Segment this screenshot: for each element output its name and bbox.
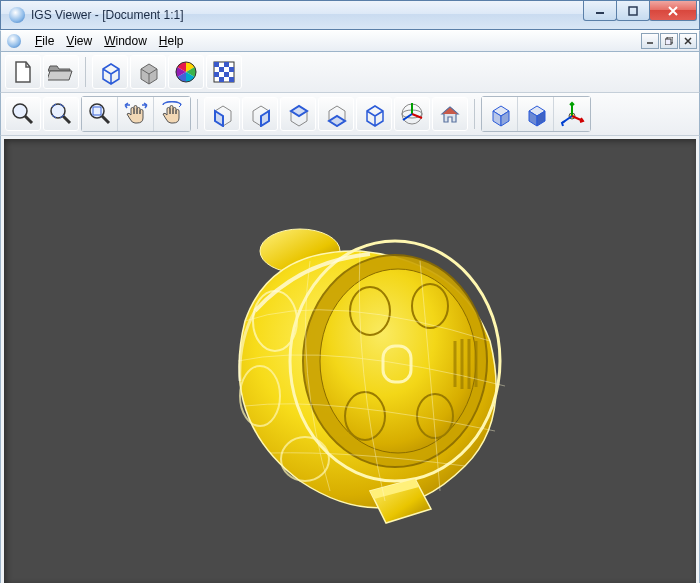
cube-right-icon (323, 101, 349, 127)
axes-button[interactable] (394, 97, 430, 131)
axes-tripod-icon (559, 101, 585, 127)
home-button[interactable] (432, 97, 468, 131)
svg-rect-10 (219, 67, 224, 72)
texture-button[interactable] (206, 55, 242, 89)
home-icon (438, 102, 462, 126)
navigate-group (81, 96, 191, 132)
svg-rect-8 (214, 62, 219, 67)
checker-icon (212, 60, 236, 84)
toolbar-separator (197, 99, 198, 129)
svg-rect-12 (214, 72, 219, 77)
open-folder-icon (48, 61, 74, 83)
svg-rect-9 (224, 62, 229, 67)
cube-top-icon (361, 101, 387, 127)
window-title: IGS Viewer - [Document 1:1] (31, 8, 184, 22)
window-titlebar: IGS Viewer - [Document 1:1] (0, 0, 700, 30)
minimize-button[interactable] (583, 1, 617, 21)
solid-button[interactable] (130, 55, 166, 89)
pan-button[interactable] (118, 97, 154, 131)
menu-window[interactable]: Window (98, 32, 153, 50)
open-button[interactable] (43, 55, 79, 89)
view-right-button[interactable] (318, 97, 354, 131)
shade-flat-button[interactable] (482, 97, 518, 131)
close-button[interactable] (649, 1, 697, 21)
svg-point-35 (320, 269, 476, 453)
magnifier-fit-icon (87, 101, 113, 127)
mdi-minimize-button[interactable] (641, 33, 659, 49)
axes-sphere-icon (399, 101, 425, 127)
viewport-3d[interactable] (4, 139, 696, 583)
svg-rect-14 (219, 77, 224, 82)
mdi-restore-button[interactable] (660, 33, 678, 49)
svg-line-21 (102, 116, 109, 123)
svg-line-17 (25, 116, 32, 123)
cube-wireframe-icon (97, 59, 123, 85)
view-top-button[interactable] (356, 97, 392, 131)
view-back-button[interactable] (242, 97, 278, 131)
svg-line-19 (63, 116, 70, 123)
cube-shade-a-icon (487, 101, 513, 127)
svg-point-16 (13, 104, 27, 118)
hand-pan-icon (123, 101, 149, 127)
axes-tripod-button[interactable] (554, 97, 590, 131)
toolbar-separator (474, 99, 475, 129)
svg-rect-4 (665, 39, 671, 45)
menu-bar: File View Window Help (0, 30, 700, 52)
cube-shade-b-icon (523, 101, 549, 127)
cube-solid-icon (135, 59, 161, 85)
hand-rotate-icon (159, 101, 185, 127)
window-controls (584, 1, 697, 21)
rotate-button[interactable] (154, 97, 190, 131)
menu-view[interactable]: View (60, 32, 98, 50)
document-icon (7, 34, 21, 48)
view-left-button[interactable] (280, 97, 316, 131)
magnifier-plus-icon (10, 101, 36, 127)
viewport-frame (0, 136, 700, 583)
new-document-icon (12, 60, 34, 84)
svg-rect-13 (224, 72, 229, 77)
new-document-button[interactable] (5, 55, 41, 89)
cube-left-icon (285, 101, 311, 127)
shade-group (481, 96, 591, 132)
color-wheel-icon (174, 60, 198, 84)
svg-point-20 (90, 104, 104, 118)
shade-smooth-button[interactable] (518, 97, 554, 131)
svg-rect-15 (229, 77, 234, 82)
toolbar-main (0, 52, 700, 93)
view-front-button[interactable] (204, 97, 240, 131)
color-wheel-button[interactable] (168, 55, 204, 89)
cube-back-icon (247, 101, 273, 127)
magnifier-minus-icon (48, 101, 74, 127)
cube-front-icon (209, 101, 235, 127)
wireframe-button[interactable] (92, 55, 128, 89)
toolbar-separator (85, 57, 86, 87)
menu-help[interactable]: Help (153, 32, 190, 50)
zoom-in-button[interactable] (5, 97, 41, 131)
maximize-button[interactable] (616, 1, 650, 21)
svg-rect-1 (629, 7, 637, 15)
mdi-controls (641, 33, 697, 49)
svg-rect-11 (229, 67, 234, 72)
model-render (160, 191, 540, 531)
toolbar-view (0, 93, 700, 136)
zoom-fit-button[interactable] (82, 97, 118, 131)
mdi-close-button[interactable] (679, 33, 697, 49)
app-icon (9, 7, 25, 23)
menu-file[interactable]: File (29, 32, 60, 50)
zoom-out-button[interactable] (43, 97, 79, 131)
